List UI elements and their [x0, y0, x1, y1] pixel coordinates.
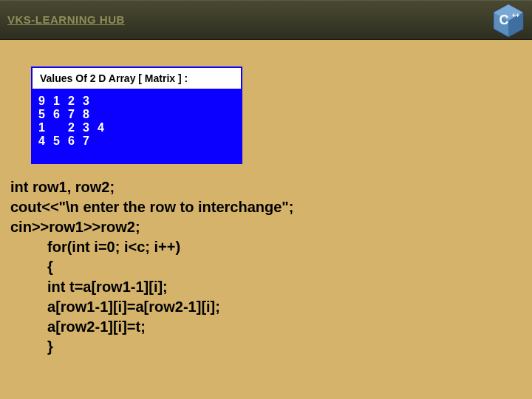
matrix-panel: Values Of 2 D Array [ Matrix ] : 9 1 2 3…	[31, 66, 242, 164]
matrix-cell	[98, 108, 112, 121]
code-line: int row1, row2;	[10, 179, 115, 195]
slide-page: VKS-LEARNING HUB C ++ Values Of 2 D Arra…	[0, 0, 532, 399]
matrix-cell: 3	[83, 95, 98, 108]
cpp-logo: C ++	[489, 1, 528, 40]
matrix-cell	[53, 121, 68, 134]
code-line: a[row1-1][i]=a[row2-1][i];	[10, 299, 220, 315]
table-row: 5 6 7 8	[38, 108, 112, 121]
code-line: a[row2-1][i]=t;	[10, 318, 146, 335]
matrix-cell: 3	[83, 121, 98, 134]
table-row: 1 2 3 4	[38, 121, 112, 134]
matrix-cell	[98, 134, 112, 148]
matrix-cell: 7	[83, 134, 98, 148]
matrix-cell: 1	[38, 121, 53, 134]
matrix-cell: 4	[98, 121, 112, 134]
matrix-cell: 5	[38, 108, 53, 121]
matrix-cell: 8	[83, 108, 98, 121]
matrix-cell: 2	[68, 121, 83, 134]
code-block: int row1, row2; cout<<"\n enter the row …	[10, 177, 293, 357]
matrix-title: Values Of 2 D Array [ Matrix ] :	[33, 68, 241, 90]
table-row: 9 1 2 3	[38, 95, 112, 108]
code-line: int t=a[row1-1][i];	[10, 279, 168, 295]
matrix-cell: 4	[38, 134, 53, 148]
matrix-cell: 7	[68, 108, 83, 121]
matrix-cell: 2	[68, 95, 83, 108]
matrix-cell: 6	[53, 108, 68, 121]
matrix-body: 9 1 2 3 5 6 7 8 1 2 3	[33, 90, 241, 152]
cpp-plus-icon: ++	[512, 12, 520, 19]
matrix-cell: 5	[53, 134, 68, 148]
matrix-cell: 6	[68, 134, 83, 148]
matrix-cell	[98, 95, 112, 108]
code-line: cin>>row1>>row2;	[10, 219, 140, 235]
code-line: {	[10, 259, 53, 275]
matrix-cell: 9	[38, 95, 53, 108]
matrix-table: 9 1 2 3 5 6 7 8 1 2 3	[38, 95, 112, 148]
code-line: cout<<"\n enter the row to interchange";	[10, 199, 293, 215]
brand-title: VKS-LEARNING HUB	[7, 13, 125, 26]
code-line: }	[10, 338, 53, 355]
svg-text:C: C	[499, 13, 509, 27]
matrix-cell: 1	[53, 95, 68, 108]
table-row: 4 5 6 7	[38, 134, 112, 148]
code-line: for(int i=0; i<c; i++)	[10, 239, 180, 255]
header-bar: VKS-LEARNING HUB C ++	[0, 0, 532, 40]
